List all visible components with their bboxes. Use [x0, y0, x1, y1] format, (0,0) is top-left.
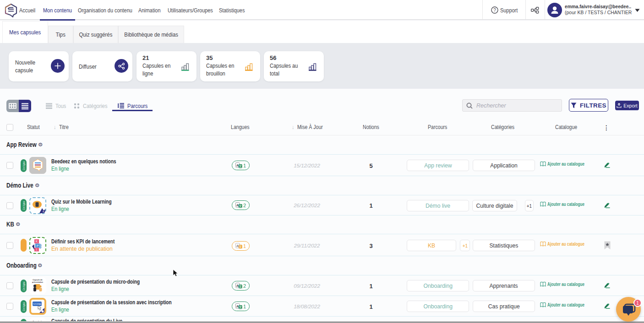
svg-text:文: 文	[239, 245, 242, 248]
svg-text:TUTORIAL: TUTORIAL	[33, 303, 42, 305]
svg-text:I: I	[36, 248, 37, 251]
svg-text:K: K	[36, 240, 38, 243]
svg-text:文: 文	[239, 285, 242, 288]
svg-text:文: 文	[239, 204, 242, 208]
svg-text:P: P	[37, 244, 39, 248]
svg-text:?: ?	[493, 8, 496, 13]
svg-text:文: 文	[239, 305, 242, 309]
svg-text:présentation: présentation	[32, 281, 44, 283]
svg-text:×: ×	[42, 210, 44, 213]
svg-text:文: 文	[239, 164, 242, 168]
